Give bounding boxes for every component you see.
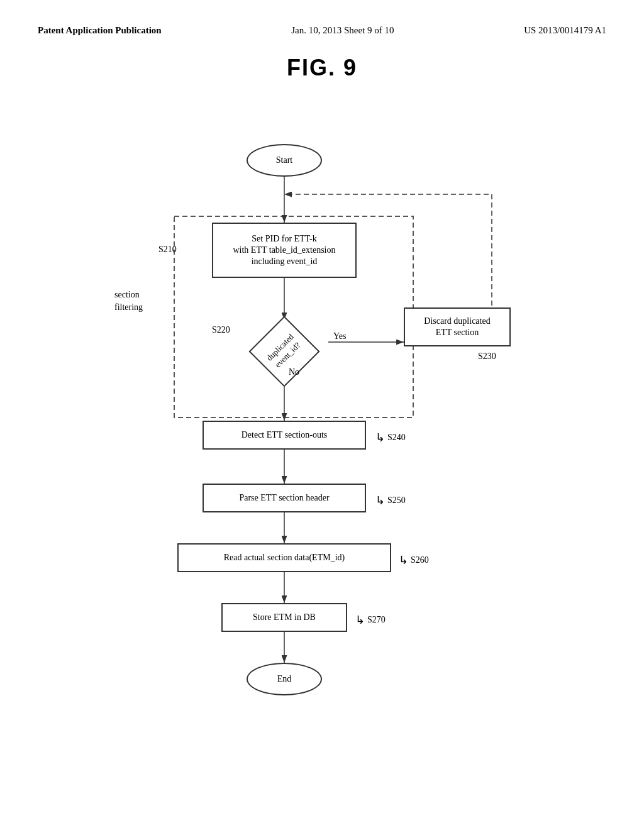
s220-node: duplicated event_id? (253, 320, 316, 383)
start-node: Start (247, 144, 322, 177)
s260-label-text: S260 (411, 555, 429, 565)
s250-label: Parse ETT section header (239, 492, 329, 504)
page: Patent Application Publication Jan. 10, … (0, 0, 644, 830)
s230-node: Discard duplicated ETT section (404, 307, 511, 346)
figure-title: FIG. 9 (38, 55, 606, 81)
s240-step-label: ↳ S240 (375, 431, 406, 445)
s270-node: Store ETM in DB (221, 603, 347, 632)
s220-label: duplicated event_id? (265, 332, 304, 371)
header-center: Jan. 10, 2013 Sheet 9 of 10 (291, 25, 394, 36)
s210-step-label: S210 (158, 245, 177, 255)
flowchart: Start Set PID for ETT-k with ETT table_i… (102, 106, 542, 704)
section-filtering-label: section filtering (114, 289, 143, 313)
s260-label: Read actual section data(ETM_id) (224, 552, 345, 563)
s240-node: Detect ETT section-outs (203, 421, 366, 450)
s240-label-text: S240 (387, 433, 406, 443)
s250-node: Parse ETT section header (203, 484, 366, 512)
end-label: End (277, 673, 292, 685)
s220-step-label: S220 (212, 325, 230, 335)
s210-label: Set PID for ETT-k with ETT table_id_exte… (233, 233, 335, 268)
no-label: No (289, 367, 299, 377)
s270-step-label: ↳ S270 (355, 613, 386, 627)
s260-node: Read actual section data(ETM_id) (177, 543, 391, 572)
s240-label: Detect ETT section-outs (242, 429, 328, 441)
end-node: End (247, 663, 322, 695)
s210-node: Set PID for ETT-k with ETT table_id_exte… (212, 223, 357, 278)
header-right: US 2013/0014179 A1 (524, 25, 606, 36)
s270-label: Store ETM in DB (253, 612, 316, 623)
s230-step-label: S230 (478, 351, 496, 362)
start-label: Start (276, 155, 292, 166)
s270-label-text: S270 (367, 615, 386, 625)
s230-label: Discard duplicated ETT section (424, 316, 490, 338)
s250-step-label: ↳ S250 (375, 494, 406, 507)
s250-label-text: S250 (387, 495, 406, 506)
header: Patent Application Publication Jan. 10, … (38, 25, 606, 36)
s260-step-label: ↳ S260 (399, 553, 429, 567)
header-left: Patent Application Publication (38, 25, 162, 36)
yes-label: Yes (333, 331, 346, 341)
